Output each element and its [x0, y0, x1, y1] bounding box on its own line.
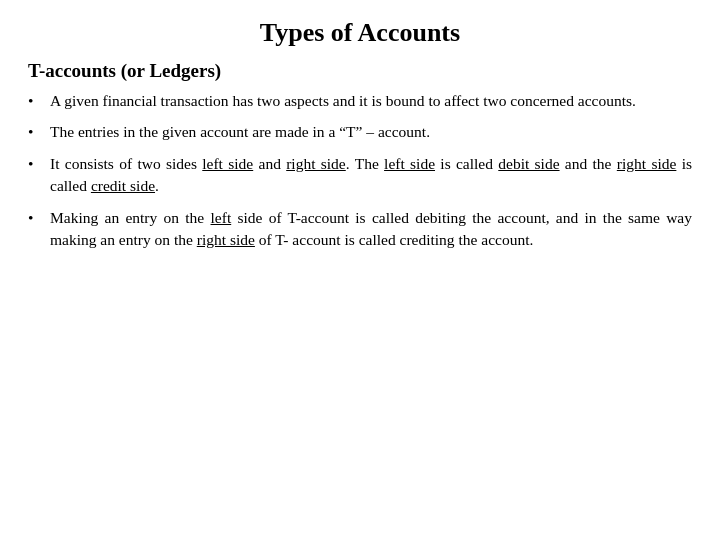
- underline-right: right side: [286, 155, 346, 172]
- bullet-dot: •: [28, 121, 46, 143]
- underline-left-side: left side: [384, 155, 435, 172]
- bullet-dot: •: [28, 153, 46, 175]
- bullet-text-3: It consists of two sides left side and r…: [50, 153, 692, 198]
- bullet-list: • A given financial transaction has two …: [28, 90, 692, 261]
- bullet-text-4: Making an entry on the left side of T-ac…: [50, 207, 692, 252]
- bullet-dot: •: [28, 90, 46, 112]
- underline-left: left side: [202, 155, 253, 172]
- underline-right-side: right side: [617, 155, 677, 172]
- list-item: • Making an entry on the left side of T-…: [28, 207, 692, 252]
- underline-right2: right side: [197, 231, 255, 248]
- and-text: and: [333, 92, 355, 109]
- list-item: • A given financial transaction has two …: [28, 90, 692, 112]
- underline-debit: debit side: [498, 155, 559, 172]
- bullet-text-1: A given financial transaction has two as…: [50, 90, 692, 112]
- page-title: Types of Accounts: [28, 18, 692, 48]
- list-item: • The entries in the given account are m…: [28, 121, 692, 143]
- list-item: • It consists of two sides left side and…: [28, 153, 692, 198]
- underline-credit: credit side: [91, 177, 155, 194]
- section-heading: T-accounts (or Ledgers): [28, 60, 692, 82]
- bullet-dot: •: [28, 207, 46, 229]
- page-container: Types of Accounts T-accounts (or Ledgers…: [0, 0, 720, 540]
- bullet-text-2: The entries in the given account are mad…: [50, 121, 692, 143]
- underline-left2: left: [211, 209, 232, 226]
